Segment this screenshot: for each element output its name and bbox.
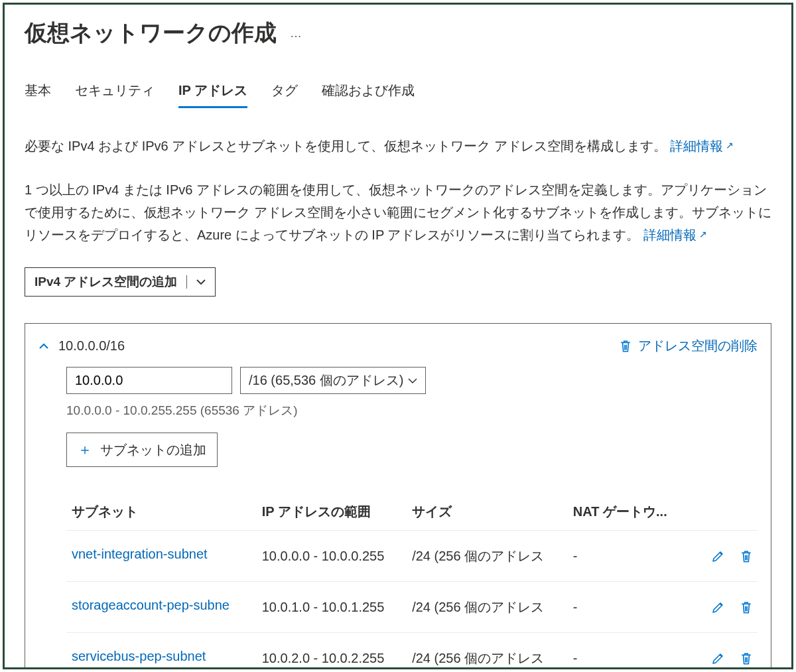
chevron-up-icon[interactable] — [38, 342, 49, 350]
trash-icon[interactable] — [740, 601, 752, 614]
tab-review-create[interactable]: 確認および作成 — [322, 82, 415, 108]
add-address-space-button[interactable]: IPv4 アドレス空間の追加 — [25, 267, 216, 297]
add-address-space-label: IPv4 アドレス空間の追加 — [34, 273, 177, 291]
description-2: 1 つ以上の IPv4 または IPv6 アドレスの範囲を使用して、仮想ネットワ… — [25, 178, 771, 246]
col-size: サイズ — [407, 494, 568, 531]
delete-address-space-button[interactable]: アドレス空間の削除 — [620, 337, 758, 355]
col-range: IP アドレスの範囲 — [257, 494, 407, 531]
cidr-size-value: /16 (65,536 個のアドレス) — [249, 371, 403, 389]
description-1: 必要な IPv4 および IPv6 アドレスとサブネットを使用して、仮想ネットワ… — [25, 135, 771, 157]
edit-icon[interactable] — [711, 601, 724, 614]
start-ip-input[interactable] — [66, 367, 232, 394]
delete-address-space-label: アドレス空間の削除 — [638, 337, 758, 355]
add-subnet-label: サブネットの追加 — [100, 441, 206, 459]
divider — [186, 275, 187, 289]
address-space-cidr: 10.0.0.0/16 — [58, 338, 125, 354]
subnet-name-link[interactable]: servicebus-pep-subnet — [72, 649, 206, 664]
plus-icon: ＋ — [78, 440, 92, 460]
subnet-range: 10.0.1.0 - 10.0.1.255 — [257, 582, 407, 633]
description-1-text: 必要な IPv4 および IPv6 アドレスとサブネットを使用して、仮想ネットワ… — [25, 139, 667, 153]
edit-icon[interactable] — [711, 550, 724, 563]
page-title: 仮想ネットワークの作成 — [25, 18, 277, 48]
address-range-hint: 10.0.0.0 - 10.0.255.255 (65536 アドレス) — [66, 402, 758, 419]
tab-ip-addresses[interactable]: IP アドレス — [178, 82, 247, 108]
address-space-panel: 10.0.0.0/16 アドレス空間の削除 /16 (65,536 個のアドレス… — [25, 323, 771, 669]
tab-basic[interactable]: 基本 — [25, 82, 51, 108]
table-row: vnet-integration-subnet 10.0.0.0 - 10.0.… — [66, 531, 758, 582]
subnet-size: /24 (256 個のアドレス — [407, 633, 568, 670]
trash-icon[interactable] — [740, 652, 752, 665]
subnet-nat: - — [568, 531, 686, 582]
subnet-size: /24 (256 個のアドレス — [407, 582, 568, 633]
learn-more-link-2[interactable]: 詳細情報 ↗ — [643, 224, 707, 246]
subnet-size: /24 (256 個のアドレス — [407, 531, 568, 582]
trash-icon[interactable] — [740, 550, 752, 563]
cidr-size-select[interactable]: /16 (65,536 個のアドレス) — [240, 367, 426, 394]
subnet-name-link[interactable]: storageaccount-pep-subne — [72, 598, 230, 613]
tab-security[interactable]: セキュリティ — [75, 82, 155, 108]
trash-icon — [620, 340, 631, 353]
tab-bar: 基本 セキュリティ IP アドレス タグ 確認および作成 — [25, 82, 771, 108]
table-row: storageaccount-pep-subne 10.0.1.0 - 10.0… — [66, 582, 758, 633]
subnet-range: 10.0.0.0 - 10.0.0.255 — [257, 531, 407, 582]
subnet-nat: - — [568, 633, 686, 670]
subnet-range: 10.0.2.0 - 10.0.2.255 — [257, 633, 407, 670]
chevron-down-icon — [408, 377, 417, 384]
more-icon[interactable]: … — [290, 27, 303, 40]
subnet-nat: - — [568, 582, 686, 633]
external-link-icon: ↗ — [726, 138, 734, 154]
edit-icon[interactable] — [711, 652, 724, 665]
learn-more-link-1[interactable]: 詳細情報 ↗ — [670, 135, 734, 157]
subnet-name-link[interactable]: vnet-integration-subnet — [72, 547, 208, 562]
table-row: servicebus-pep-subnet 10.0.2.0 - 10.0.2.… — [66, 633, 758, 670]
tab-tags[interactable]: タグ — [271, 82, 298, 108]
chevron-down-icon — [196, 279, 206, 285]
col-nat: NAT ゲートウ... — [568, 494, 686, 531]
learn-more-label-1: 詳細情報 — [670, 135, 723, 157]
col-subnet: サブネット — [66, 494, 257, 531]
subnet-table: サブネット IP アドレスの範囲 サイズ NAT ゲートウ... vnet-in… — [66, 494, 758, 669]
external-link-icon: ↗ — [699, 227, 707, 243]
learn-more-label-2: 詳細情報 — [643, 224, 696, 246]
add-subnet-button[interactable]: ＋ サブネットの追加 — [66, 433, 218, 467]
